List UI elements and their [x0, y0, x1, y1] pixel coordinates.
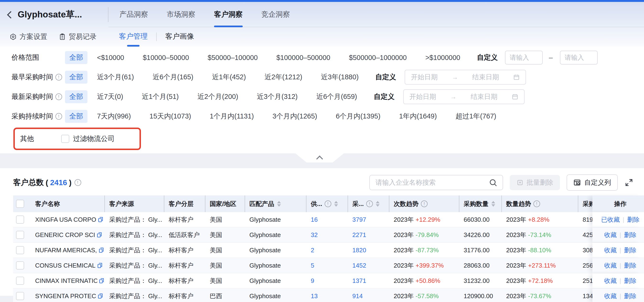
col-customer-source[interactable]: 客户来源 — [105, 196, 164, 212]
table-row[interactable]: XINGFA USA CORPO 采购过产品： Gly... 标杆客户 美国 G… — [13, 212, 644, 228]
price-max-input[interactable] — [560, 51, 598, 64]
row-checkbox[interactable] — [16, 262, 24, 270]
price-option[interactable]: $500000–1000000 — [349, 54, 407, 62]
copy-icon[interactable] — [97, 216, 104, 223]
favorite-button[interactable]: 收藏 — [604, 262, 617, 270]
sort-icon[interactable] — [491, 201, 495, 207]
latest-option[interactable]: 近1个月(51) — [142, 92, 179, 102]
price-custom-label[interactable]: 自定义 — [477, 53, 498, 62]
delete-button[interactable]: 删除 — [624, 246, 636, 254]
earliest-custom-label[interactable]: 自定义 — [375, 72, 396, 82]
earliest-all-option[interactable]: 全部 — [65, 71, 88, 84]
price-option[interactable]: <$10000 — [97, 54, 124, 62]
row-checkbox[interactable] — [16, 292, 24, 300]
sort-icon[interactable] — [277, 201, 281, 207]
latest-option[interactable]: 近2个月(200) — [197, 92, 238, 102]
suppliers-count-link[interactable]: 9 — [311, 277, 314, 284]
delete-button[interactable]: 删除 — [624, 231, 636, 239]
purchases-count-link[interactable]: 1452 — [352, 262, 366, 269]
filter-logistics-checkbox[interactable] — [61, 135, 69, 143]
table-row[interactable]: NUFARM AMERICAS, 采购过产品： Gly... 标杆客户 美国 G… — [13, 243, 644, 258]
price-min-input[interactable] — [505, 51, 543, 64]
earliest-option[interactable]: 近6个月(165) — [153, 72, 194, 82]
latest-option[interactable]: 近7天(0) — [97, 92, 123, 102]
search-icon[interactable] — [489, 178, 497, 187]
row-checkbox[interactable] — [16, 231, 24, 239]
tab-market-insight[interactable]: 市场洞察 — [167, 2, 196, 27]
row-checkbox[interactable] — [16, 246, 24, 254]
col-customer-tier[interactable]: 客户分层 — [164, 196, 206, 212]
col-country[interactable]: 国家/地区 — [206, 196, 245, 212]
favorited-button[interactable]: 已收藏 — [601, 216, 620, 224]
earliest-option[interactable]: 近3年(1880) — [321, 72, 358, 82]
copy-icon[interactable] — [98, 247, 105, 254]
latest-all-option[interactable]: 全部 — [65, 90, 88, 103]
tab-competitor-insight[interactable]: 竞企洞察 — [261, 2, 290, 27]
latest-daterange-picker[interactable]: 开始日期 → 结束日期 — [403, 89, 524, 104]
price-option[interactable]: >$1000000 — [426, 54, 460, 62]
suppliers-count-link[interactable]: 16 — [311, 216, 318, 224]
delete-button[interactable]: 删除 — [624, 292, 636, 300]
purchases-count-link[interactable]: 914 — [352, 292, 362, 300]
delete-button[interactable]: 删除 — [627, 216, 640, 224]
col-quantity-trend[interactable]: 数量趋势 — [502, 196, 578, 212]
suppliers-count-link[interactable]: 32 — [311, 231, 318, 239]
filter-logistics-label[interactable]: 过滤物流公司 — [73, 134, 115, 144]
copy-icon[interactable] — [96, 262, 103, 269]
favorite-button[interactable]: 收藏 — [604, 292, 617, 300]
table-row[interactable]: GENERIC CROP SCI 采购过产品： Gly... 低活跃客户 美国 … — [13, 228, 644, 243]
table-row[interactable]: CINMAX INTERNATIO 采购过产品： Gly... 标杆客户 美国 … — [13, 273, 644, 288]
price-all-option[interactable]: 全部 — [65, 51, 88, 64]
copy-icon[interactable] — [96, 232, 103, 238]
earliest-daterange-picker[interactable]: 开始日期 → 结束日期 — [405, 70, 526, 84]
earliest-option[interactable]: 近3个月(61) — [97, 72, 134, 82]
scheme-settings-link[interactable]: 方案设置 — [10, 32, 47, 42]
subtab-customer-management[interactable]: 客户管理 — [119, 32, 148, 42]
duration-option[interactable]: 15天内(1073) — [150, 112, 191, 121]
suppliers-count-link[interactable]: 2 — [311, 246, 314, 254]
col-purchase-amount-clipped[interactable]: 采购 — [578, 196, 592, 212]
price-option[interactable]: $100000–500000 — [276, 54, 330, 62]
earliest-option[interactable]: 近1年(452) — [212, 72, 246, 82]
collapse-filters-button[interactable] — [296, 154, 344, 162]
col-customer-name[interactable]: 客户名称 — [31, 196, 105, 212]
duration-option[interactable]: 6个月内(1395) — [336, 112, 380, 121]
duration-option[interactable]: 7天内(996) — [97, 112, 131, 121]
select-all-checkbox[interactable] — [16, 200, 24, 208]
custom-columns-button[interactable]: 自定义列 — [566, 174, 618, 191]
company-search-input[interactable] — [375, 178, 489, 186]
latest-option[interactable]: 近3个月(312) — [257, 92, 298, 102]
favorite-button[interactable]: 收藏 — [604, 246, 617, 254]
suppliers-count-link[interactable]: 13 — [311, 292, 318, 300]
purchases-count-link[interactable]: 2271 — [352, 231, 366, 239]
sort-icon[interactable] — [376, 201, 380, 207]
earliest-option[interactable]: 近2年(1212) — [264, 72, 302, 82]
purchases-count-link[interactable]: 1820 — [352, 246, 366, 254]
duration-option[interactable]: 1个月内(1131) — [210, 112, 254, 121]
table-row[interactable]: CONSUS CHEMICAL 采购过产品： Gly... 标杆客户 美国 Gl… — [13, 258, 644, 273]
duration-option[interactable]: 1年内(1649) — [399, 112, 437, 121]
price-option[interactable]: $10000–50000 — [143, 54, 189, 62]
favorite-button[interactable]: 收藏 — [604, 277, 617, 285]
purchases-count-link[interactable]: 3797 — [352, 216, 366, 224]
batch-delete-button[interactable]: 批量删除 — [510, 175, 560, 190]
col-matched-product[interactable]: 匹配产品 — [245, 196, 306, 212]
price-option[interactable]: $50000–100000 — [208, 54, 258, 62]
subtab-customer-profile[interactable]: 客户画像 — [165, 32, 194, 42]
sort-icon[interactable] — [334, 201, 338, 207]
duration-option[interactable]: 3个月内(1265) — [272, 112, 317, 121]
col-suppliers[interactable]: 供... — [306, 196, 348, 212]
delete-button[interactable]: 删除 — [624, 277, 636, 285]
row-checkbox[interactable] — [16, 277, 24, 285]
copy-icon[interactable] — [98, 278, 105, 284]
duration-option[interactable]: 超过1年(767) — [456, 112, 496, 121]
duration-all-option[interactable]: 全部 — [65, 110, 88, 123]
delete-button[interactable]: 删除 — [624, 262, 636, 270]
back-icon[interactable] — [7, 11, 14, 18]
copy-icon[interactable] — [97, 293, 104, 299]
row-checkbox[interactable] — [16, 216, 24, 224]
favorite-button[interactable]: 收藏 — [604, 231, 617, 239]
tab-customer-insight[interactable]: 客户洞察 — [214, 2, 243, 27]
purchases-count-link[interactable]: 1371 — [352, 277, 366, 284]
table-row[interactable]: SYNGENTA PROTEC 采购过产品： Gly... 标杆客户 巴西 Gl… — [13, 288, 644, 302]
